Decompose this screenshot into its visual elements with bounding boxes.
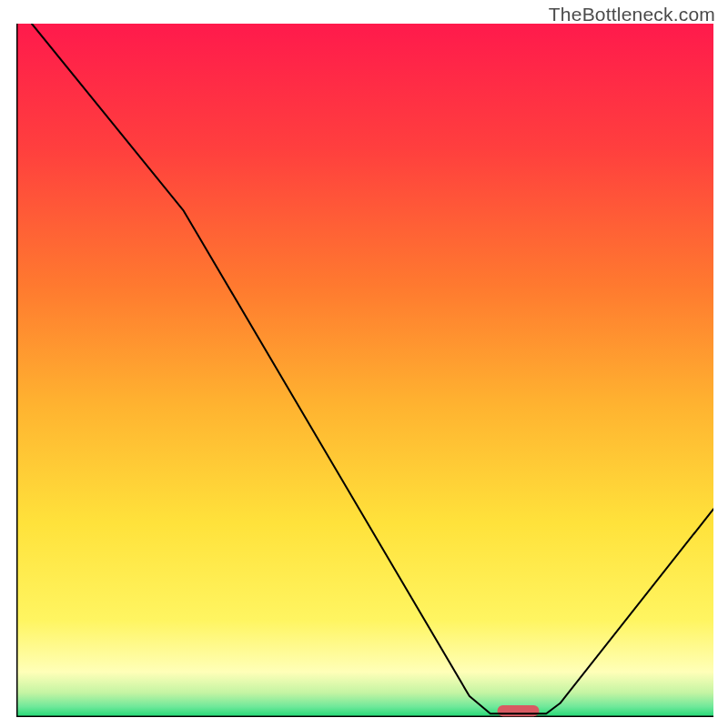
gradient-background	[16, 24, 713, 717]
plot-area	[16, 24, 713, 717]
watermark-text: TheBottleneck.com	[549, 4, 715, 25]
chart-svg	[16, 24, 713, 717]
chart-container: TheBottleneck.com	[0, 0, 728, 728]
marker-pill	[498, 705, 540, 716]
